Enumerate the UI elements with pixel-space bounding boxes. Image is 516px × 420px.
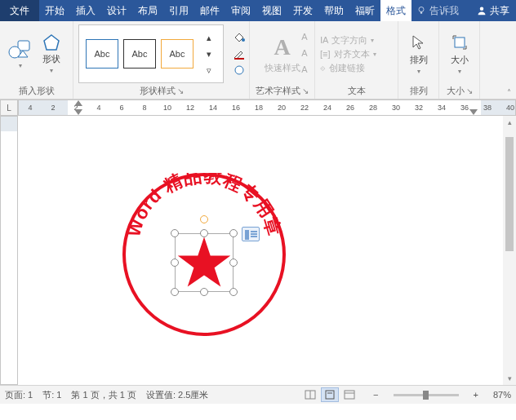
ruler-tick: 24	[323, 104, 331, 112]
shape-effects-button[interactable]	[232, 63, 247, 77]
status-page-of[interactable]: 第 1 页，共 1 页	[71, 389, 136, 401]
workspace: Word 精品教程专用章 ▴ ▾	[0, 116, 516, 385]
scroll-thumb[interactable]	[505, 137, 514, 251]
scroll-track[interactable]	[503, 129, 516, 372]
style-preset-3[interactable]: Abc	[161, 39, 194, 69]
document-area[interactable]: Word 精品教程专用章 ▴ ▾	[18, 116, 516, 385]
menu-file[interactable]: 文件	[0, 0, 39, 21]
menu-bar: 文件 开始 插入 设计 布局 引用 邮件 审阅 视图 开发 帮助 福昕 格式 告…	[0, 0, 516, 21]
status-section[interactable]: 节: 1	[42, 389, 61, 401]
tab-selector[interactable]: L	[0, 99, 18, 116]
status-page[interactable]: 页面: 1	[5, 389, 33, 401]
ruler-tick: 16	[232, 104, 240, 112]
web-layout-icon	[344, 390, 355, 400]
menu-format[interactable]: 格式	[380, 0, 411, 21]
size-button[interactable]: 大小 ▾	[447, 31, 473, 77]
menu-insert[interactable]: 插入	[70, 0, 101, 21]
horizontal-ruler[interactable]: 4224681012141618202224262830323436384042	[18, 99, 516, 116]
resize-handle-e[interactable]	[229, 259, 238, 267]
shape-style-gallery[interactable]: Abc Abc Abc ▴ ▾ ▿	[78, 24, 224, 83]
style-preset-2[interactable]: Abc	[123, 39, 156, 69]
resize-handle-s[interactable]	[200, 288, 208, 296]
zoom-thumb[interactable]	[423, 391, 429, 400]
view-web-layout[interactable]	[340, 387, 358, 402]
pen-icon	[233, 48, 246, 60]
status-setting[interactable]: 设置值: 2.5厘米	[146, 389, 208, 401]
selection-outline	[175, 233, 234, 292]
zoom-level[interactable]: 87%	[493, 390, 511, 400]
menu-mailings[interactable]: 邮件	[194, 0, 225, 21]
view-read-mode[interactable]	[301, 387, 319, 402]
ruler-tick: 40	[506, 104, 514, 112]
vertical-scrollbar[interactable]: ▴ ▾	[503, 116, 516, 385]
menu-layout[interactable]: 布局	[132, 0, 163, 21]
rotate-handle[interactable]	[200, 215, 208, 223]
layout-options-button[interactable]	[242, 227, 260, 241]
resize-handle-w[interactable]	[171, 259, 179, 267]
cursor-icon	[409, 33, 429, 52]
indent-marker-hanging[interactable]	[74, 109, 82, 115]
resize-handle-ne[interactable]	[229, 229, 238, 237]
text-fill-button[interactable]: A	[297, 29, 312, 44]
indent-marker-right[interactable]	[469, 109, 478, 115]
tell-me[interactable]: 告诉我	[411, 4, 464, 18]
menu-review[interactable]: 审阅	[225, 0, 256, 21]
menu-home[interactable]: 开始	[39, 0, 70, 21]
shapes-gallery-button[interactable]: ▾	[5, 38, 36, 71]
shapes-button[interactable]: 形状 ▾	[39, 32, 64, 76]
menu-design[interactable]: 设计	[101, 0, 132, 21]
size-label: 大小	[451, 54, 469, 66]
arrange-label: 排列	[410, 54, 428, 66]
share-button[interactable]: 共享	[470, 4, 516, 18]
group-label-arrange: 排列	[403, 83, 434, 97]
scroll-up-icon[interactable]: ▴	[503, 116, 516, 129]
group-label-wordart: 艺术字样式↘	[255, 83, 309, 97]
group-shape-styles: Abc Abc Abc ▴ ▾ ▿ 形状样式↘	[73, 21, 250, 99]
menu-help[interactable]: 帮助	[318, 0, 349, 21]
dialog-launcher-icon[interactable]: ↘	[177, 86, 184, 95]
menu-view[interactable]: 视图	[256, 0, 287, 21]
vertical-ruler[interactable]	[0, 116, 18, 385]
indent-marker-first-line[interactable]	[74, 100, 82, 106]
svg-rect-9	[455, 38, 465, 47]
share-label: 共享	[490, 4, 509, 18]
ruler-tick: 6	[119, 104, 123, 112]
group-label-text: 文本	[320, 83, 393, 97]
resize-handle-se[interactable]	[229, 288, 238, 296]
gallery-down-icon[interactable]: ▾	[202, 46, 216, 61]
print-layout-icon	[324, 390, 336, 400]
gallery-more-icon[interactable]: ▿	[202, 63, 216, 77]
ruler-tick: 4	[28, 104, 32, 112]
ruler-tick: 2	[51, 104, 55, 112]
menu-developer[interactable]: 开发	[287, 0, 318, 21]
view-buttons	[301, 387, 358, 402]
resize-handle-sw[interactable]	[171, 288, 179, 296]
selection-frame[interactable]	[175, 233, 234, 292]
create-link-button[interactable]: ⟐创建链接	[320, 62, 376, 74]
zoom-in-button[interactable]: +	[469, 390, 483, 400]
style-preset-1[interactable]: Abc	[86, 39, 118, 69]
shape-fill-button[interactable]	[232, 30, 247, 45]
zoom-out-button[interactable]: −	[368, 390, 383, 400]
text-effects-button[interactable]: A	[297, 62, 312, 77]
zoom-slider[interactable]	[394, 394, 459, 396]
view-print-layout[interactable]	[321, 387, 339, 402]
dialog-launcher-icon[interactable]: ↘	[466, 86, 473, 95]
menu-references[interactable]: 引用	[163, 0, 194, 21]
wordart-a-icon: A	[274, 34, 290, 60]
shape-outline-button[interactable]	[232, 46, 247, 61]
align-text-button[interactable]: [≡]对齐文本▾	[320, 48, 376, 60]
arrange-button[interactable]: 排列 ▾	[406, 31, 432, 77]
text-direction-button[interactable]: ⅠA文字方向▾	[320, 34, 376, 46]
dialog-launcher-icon[interactable]: ↘	[302, 86, 309, 95]
text-outline-button[interactable]: A	[297, 46, 312, 60]
collapse-ribbon-button[interactable]: ˄	[504, 86, 514, 99]
resize-handle-n[interactable]	[200, 229, 208, 237]
ruler-tick: 4	[96, 104, 100, 112]
menu-foxit[interactable]: 福昕	[349, 0, 380, 21]
group-text: ⅠA文字方向▾ [≡]对齐文本▾ ⟐创建链接 文本	[315, 21, 398, 99]
text-direction-icon: ⅠA	[320, 35, 328, 46]
resize-handle-nw[interactable]	[171, 229, 179, 237]
gallery-up-icon[interactable]: ▴	[202, 30, 216, 45]
scroll-down-icon[interactable]: ▾	[503, 372, 516, 385]
